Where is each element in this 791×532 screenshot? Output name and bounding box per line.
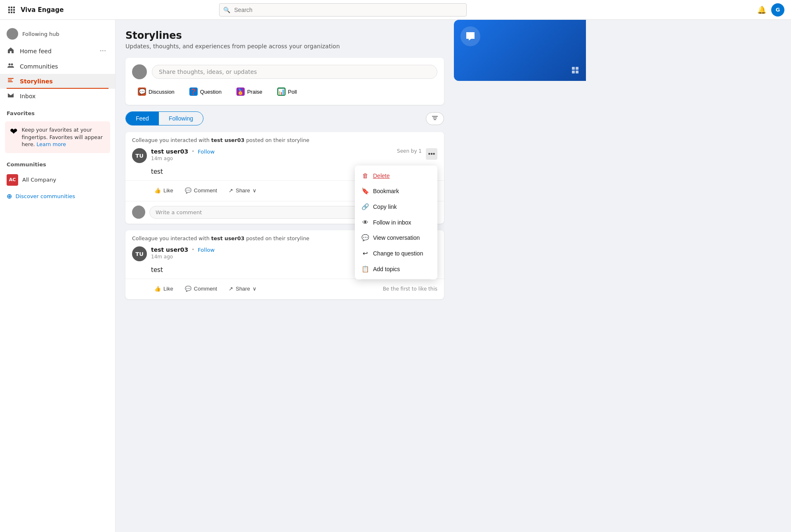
like-label: Like bbox=[163, 187, 173, 194]
add-topics-label: Add topics bbox=[373, 266, 400, 272]
community-item-all-company[interactable]: AC All Company bbox=[0, 171, 115, 189]
svg-rect-6 bbox=[8, 12, 10, 13]
favorites-learn-more-link[interactable]: Learn more bbox=[37, 141, 66, 147]
like-button-2[interactable]: 👍 Like bbox=[149, 283, 179, 294]
tab-feed[interactable]: Feed bbox=[126, 112, 159, 125]
change-question-icon: ↩ bbox=[361, 250, 369, 257]
share-button-2[interactable]: ↗ Share ∨ bbox=[223, 283, 262, 294]
bookmark-icon: 🔖 bbox=[361, 187, 369, 195]
svg-rect-13 bbox=[8, 81, 13, 82]
sidebar-more-icon[interactable]: ··· bbox=[97, 46, 109, 56]
praise-icon: 🏅 bbox=[236, 87, 245, 96]
post-meta-1: test user03 • Follow 14m ago bbox=[151, 148, 393, 161]
menu-item-bookmark[interactable]: 🔖 Bookmark bbox=[355, 183, 437, 199]
svg-point-18 bbox=[470, 35, 471, 36]
page-title: Storylines bbox=[125, 30, 444, 41]
like-button-1[interactable]: 👍 Like bbox=[149, 185, 179, 196]
post-seen-1: Seen by 1 bbox=[397, 148, 422, 154]
question-button[interactable]: ❓ Question bbox=[184, 85, 227, 98]
plus-icon: ⊕ bbox=[7, 192, 12, 200]
menu-item-add-topics[interactable]: 📋 Add topics bbox=[355, 261, 437, 277]
search-bar[interactable]: 🔍 bbox=[219, 3, 467, 17]
composer-input[interactable]: Share thoughts, ideas, or updates bbox=[152, 65, 437, 79]
page-subtitle: Updates, thoughts, and experiences from … bbox=[125, 43, 444, 50]
comment-label-2: Comment bbox=[194, 286, 217, 292]
change-question-label: Change to question bbox=[373, 250, 423, 257]
menu-item-follow-inbox[interactable]: 👁 Follow in inbox bbox=[355, 215, 437, 230]
svg-rect-22 bbox=[572, 71, 575, 73]
top-navigation: Viva Engage 🔍 🔔 G bbox=[0, 0, 791, 20]
discussion-label: Discussion bbox=[149, 89, 175, 95]
sidebar-label-communities: Communities bbox=[20, 63, 109, 70]
feed-filter-button[interactable] bbox=[426, 112, 444, 125]
sidebar-label-inbox: Inbox bbox=[20, 93, 109, 99]
user-avatar[interactable]: G bbox=[771, 3, 784, 17]
menu-item-change-question[interactable]: ↩ Change to question bbox=[355, 246, 437, 261]
sidebar-user-row[interactable]: Following hub bbox=[0, 25, 115, 43]
grid-menu-icon[interactable] bbox=[7, 5, 17, 15]
post-card-1: Colleague you interacted with test user0… bbox=[125, 132, 444, 224]
like-icon-2: 👍 bbox=[154, 286, 161, 292]
post-context-author-1: test user03 bbox=[211, 137, 245, 143]
search-input[interactable] bbox=[219, 3, 467, 17]
comment-label: Comment bbox=[194, 187, 217, 194]
composer-actions: 💬 Discussion ❓ Question 🏅 Praise 📊 Poll bbox=[132, 85, 437, 98]
sidebar: Following hub Home feed ··· Communities … bbox=[0, 20, 116, 532]
comment-avatar-1 bbox=[132, 206, 145, 219]
svg-point-10 bbox=[11, 64, 13, 66]
post-more-button-1[interactable]: ••• 🗑 Delete 🔖 Bookmark 🔗 bbox=[426, 148, 437, 160]
chat-preview-panel bbox=[454, 20, 586, 81]
question-label: Question bbox=[200, 89, 222, 95]
menu-item-copy-link[interactable]: 🔗 Copy link bbox=[355, 199, 437, 215]
share-icon-2: ↗ bbox=[229, 286, 233, 292]
svg-point-19 bbox=[472, 35, 473, 36]
share-dropdown-icon: ∨ bbox=[253, 187, 257, 194]
svg-rect-4 bbox=[11, 9, 12, 11]
post-follow-link-1[interactable]: Follow bbox=[198, 149, 215, 155]
context-menu: 🗑 Delete 🔖 Bookmark 🔗 Copy link 👁 bbox=[355, 166, 437, 279]
comment-button-1[interactable]: 💬 Comment bbox=[179, 185, 223, 196]
comment-button-2[interactable]: 💬 Comment bbox=[179, 283, 223, 294]
svg-rect-21 bbox=[576, 67, 578, 70]
sidebar-label-home-feed: Home feed bbox=[20, 48, 92, 54]
comment-icon-2: 💬 bbox=[185, 286, 191, 292]
poll-icon: 📊 bbox=[277, 87, 286, 96]
favorites-text: Keep your favorites at your fingertips. … bbox=[21, 126, 105, 148]
share-label-2: Share bbox=[236, 286, 250, 292]
share-button-1[interactable]: ↗ Share ∨ bbox=[223, 185, 262, 196]
communities-section-title: Communities bbox=[0, 155, 115, 171]
praise-button[interactable]: 🏅 Praise bbox=[231, 85, 268, 98]
notification-bell-icon[interactable]: 🔔 bbox=[757, 5, 766, 14]
post-actions-2: 👍 Like 💬 Comment ↗ Share ∨ Be the first … bbox=[125, 279, 444, 299]
feed-tabs: Feed Following bbox=[125, 111, 444, 125]
post-context-author-2: test user03 bbox=[211, 235, 245, 241]
post-context-1: Colleague you interacted with test user0… bbox=[125, 132, 444, 143]
bookmark-label: Bookmark bbox=[373, 188, 399, 194]
composer-avatar bbox=[132, 64, 147, 79]
search-icon: 🔍 bbox=[223, 7, 230, 13]
svg-rect-7 bbox=[11, 12, 12, 13]
delete-icon: 🗑 bbox=[361, 172, 369, 179]
svg-rect-3 bbox=[8, 9, 10, 11]
filter-icon bbox=[432, 115, 438, 122]
svg-rect-12 bbox=[8, 80, 12, 80]
share-icon: ↗ bbox=[229, 187, 233, 194]
poll-button[interactable]: 📊 Poll bbox=[272, 85, 303, 98]
sidebar-item-home-feed[interactable]: Home feed ··· bbox=[0, 43, 115, 59]
menu-item-view-conversation[interactable]: 💬 View conversation bbox=[355, 230, 437, 246]
favorites-icon: ❤️ bbox=[10, 126, 17, 137]
sidebar-item-inbox[interactable]: Inbox bbox=[0, 89, 115, 104]
tab-following[interactable]: Following bbox=[159, 112, 203, 125]
favorites-section-title: Favorites bbox=[0, 104, 115, 120]
discover-communities-link[interactable]: ⊕ Discover communities bbox=[0, 189, 115, 203]
community-badge-ac: AC bbox=[7, 174, 18, 186]
comment-icon: 💬 bbox=[185, 187, 191, 194]
chat-bubble-icon bbox=[460, 26, 480, 46]
sidebar-item-storylines[interactable]: Storylines bbox=[0, 74, 115, 89]
menu-item-delete[interactable]: 🗑 Delete bbox=[355, 168, 437, 183]
add-topics-icon: 📋 bbox=[361, 265, 369, 273]
discussion-button[interactable]: 💬 Discussion bbox=[132, 85, 180, 98]
sidebar-item-communities[interactable]: Communities bbox=[0, 59, 115, 74]
post-follow-link-2[interactable]: Follow bbox=[198, 247, 215, 253]
like-label-2: Like bbox=[163, 286, 173, 292]
